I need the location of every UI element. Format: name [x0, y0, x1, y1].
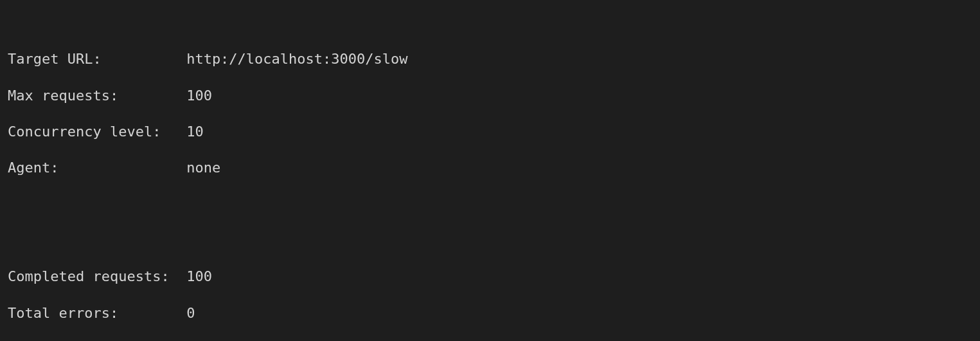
value-concurrency: 10	[186, 124, 204, 140]
label-agent: Agent:	[8, 159, 186, 177]
terminal-output: Target URL:http://localhost:3000/slow Ma…	[0, 0, 980, 341]
value-completed: 100	[186, 268, 212, 284]
row-max-requests: Max requests:100	[8, 87, 972, 105]
row-completed: Completed requests:100	[8, 268, 972, 286]
label-target-url: Target URL:	[8, 50, 186, 68]
label-completed: Completed requests:	[8, 268, 186, 286]
value-max-requests: 100	[186, 88, 212, 104]
label-max-requests: Max requests:	[8, 87, 186, 105]
value-agent: none	[186, 160, 220, 176]
value-target-url: http://localhost:3000/slow	[186, 51, 407, 67]
row-errors: Total errors:0	[8, 304, 972, 322]
blank-line	[8, 214, 972, 232]
label-errors: Total errors:	[8, 304, 186, 322]
row-concurrency: Concurrency level:10	[8, 123, 972, 141]
row-agent: Agent:none	[8, 159, 972, 177]
value-errors: 0	[186, 305, 195, 321]
row-target-url: Target URL:http://localhost:3000/slow	[8, 50, 972, 68]
label-concurrency: Concurrency level:	[8, 123, 186, 141]
